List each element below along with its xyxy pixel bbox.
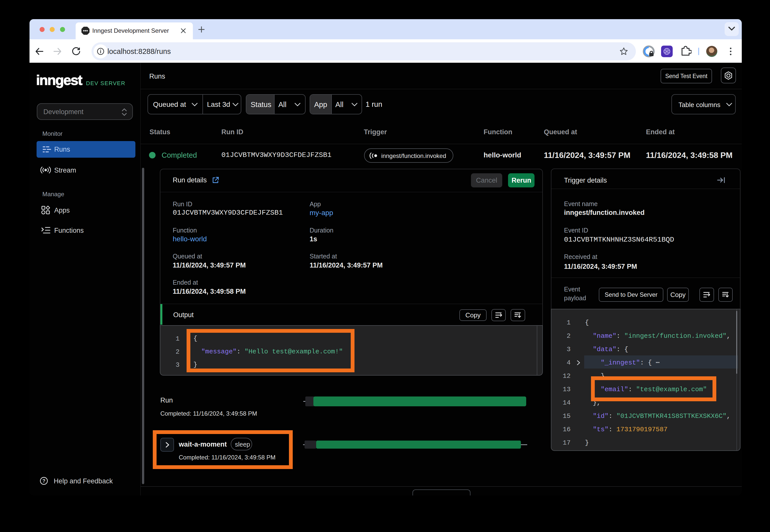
svg-text:?: ? xyxy=(42,478,45,484)
